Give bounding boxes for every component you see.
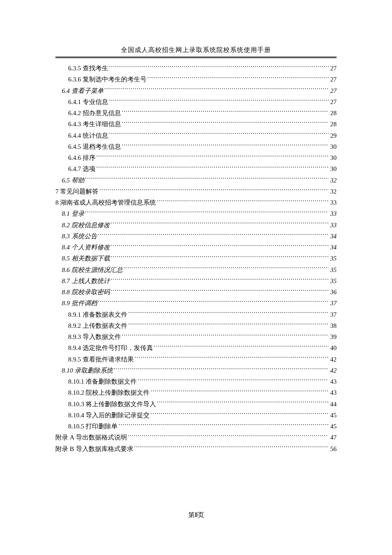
toc-entry-page: 28 xyxy=(330,119,337,130)
toc-leader-dots xyxy=(150,411,329,417)
toc-entry: 8.10.1 准备删除数据文件 43 xyxy=(55,376,337,387)
toc-entry: 8.10 录取删除系统 42 xyxy=(55,365,337,376)
toc-entry: 6.4.6 排序 30 xyxy=(55,152,337,163)
toc-leader-dots xyxy=(98,299,329,305)
toc-leader-dots xyxy=(111,221,329,227)
toc-leader-dots xyxy=(109,131,329,138)
toc-entry: 7 常见问题解答 32 xyxy=(55,186,337,197)
toc-leader-dots xyxy=(122,142,329,149)
toc-entry-label: 8.10.4 导入后的删除记录提交 xyxy=(68,410,150,421)
toc-entry-label: 8.9.5 查看批件请求结果 xyxy=(68,354,134,365)
toc-entry: 8.4 个人资料修改 34 xyxy=(55,242,337,253)
toc-leader-dots xyxy=(138,377,329,384)
toc-entry-label: 8.10.5 打印删除单 xyxy=(68,421,118,432)
toc-entry: 6.3.5 查找考生 27 xyxy=(55,63,337,74)
toc-entry: 6.3.6 复制选中考生的考生号 27 xyxy=(55,74,337,85)
toc-entry-label: 6.4.1 专业信息 xyxy=(68,96,108,107)
toc-entry: 8.9 批件调档 37 xyxy=(55,298,337,309)
toc-entry-page: 45 xyxy=(330,410,337,421)
toc-leader-dots xyxy=(96,165,329,171)
toc-leader-dots xyxy=(122,332,329,339)
toc-entry-label: 8.9.1 准备数据表文件 xyxy=(68,309,127,320)
toc-leader-dots xyxy=(111,277,329,283)
toc-entry-label: 6.5 帮助 xyxy=(62,175,84,186)
toc-entry-label: 8 湖南省成人高校招考管理信息系统 xyxy=(55,197,156,208)
toc-entry-label: 6.4.3 考生详细信息 xyxy=(68,119,121,130)
page-header-title: 全国成人高校招生网上录取系统院校系统使用手册 xyxy=(55,46,337,57)
toc-entry-page: 33 xyxy=(330,208,337,219)
toc-leader-dots xyxy=(109,98,329,104)
toc-entry-page: 38 xyxy=(330,320,337,331)
toc-leader-dots xyxy=(128,321,329,328)
toc-entry: 8.1 登录 33 xyxy=(55,208,337,219)
toc-entry-page: 30 xyxy=(330,152,337,163)
toc-entry: 8.10.4 导入后的删除记录提交 45 xyxy=(55,410,337,421)
toc-entry-label: 6.4.6 排序 xyxy=(68,152,95,163)
toc-entry: 8.9.3 导入数据文件 39 xyxy=(55,331,337,342)
toc-entry: 8.8 院校录取密码 36 xyxy=(55,286,337,298)
table-of-contents: 6.3.5 查找考生 276.3.6 复制选中考生的考生号 276.4 查看子菜… xyxy=(55,63,337,454)
toc-entry-label: 6.4.4 统计信息 xyxy=(68,130,108,141)
toc-entry-label: 6.4.7 选项 xyxy=(68,163,95,174)
page-footer: 第Ⅱ页 xyxy=(0,511,392,519)
toc-entry-page: 47 xyxy=(330,432,337,443)
toc-entry-label: 8.9 批件调档 xyxy=(62,298,97,309)
toc-entry: 6.4.5 退档考生信息 30 xyxy=(55,141,337,152)
toc-entry-page: 33 xyxy=(330,220,337,231)
toc-entry-page: 27 xyxy=(330,63,337,74)
toc-leader-dots xyxy=(99,187,329,194)
toc-entry-label: 6.4 查看子菜单 xyxy=(62,85,104,96)
toc-entry-page: 42 xyxy=(330,354,337,365)
toc-entry-page: 34 xyxy=(330,231,337,242)
toc-entry: 8.10.3 将上传删除数据文件导入 44 xyxy=(55,399,337,410)
toc-entry-page: 35 xyxy=(330,275,337,286)
toc-entry-label: 8.9.3 导入数据文件 xyxy=(68,331,121,342)
toc-entry: 附录 B 导入数据库格式要求 56 xyxy=(55,443,337,454)
toc-entry-page: 28 xyxy=(330,107,337,119)
toc-entry-page: 42 xyxy=(330,365,337,376)
toc-entry-label: 8.4 个人资料修改 xyxy=(62,242,110,253)
toc-entry: 8.10.2 院校上传删除数据文件 43 xyxy=(55,387,337,398)
toc-leader-dots xyxy=(98,232,329,238)
toc-leader-dots xyxy=(122,120,329,126)
toc-entry-page: 30 xyxy=(330,163,337,174)
toc-leader-dots xyxy=(134,445,329,451)
toc-entry: 6.4.1 专业信息 27 xyxy=(55,96,337,107)
toc-entry-page: 37 xyxy=(330,298,337,309)
toc-entry-label: 8.10 录取删除系统 xyxy=(62,365,113,376)
toc-entry: 6.4 查看子菜单 27 xyxy=(55,85,337,96)
toc-leader-dots xyxy=(114,366,329,373)
toc-entry-label: 6.3.6 复制选中考生的考生号 xyxy=(68,74,147,85)
toc-entry-page: 43 xyxy=(330,376,337,387)
toc-entry: 6.4.7 选项 30 xyxy=(55,163,337,174)
toc-entry-label: 8.9.2 上传数据表文件 xyxy=(68,320,127,331)
toc-entry-page: 27 xyxy=(330,74,337,85)
toc-leader-dots xyxy=(111,243,329,249)
toc-entry: 6.4.2 招办意见信息 28 xyxy=(55,107,337,119)
toc-entry-label: 8.3 系统公告 xyxy=(62,231,97,242)
toc-entry: 8.9.2 上传数据表文件 38 xyxy=(55,320,337,331)
toc-leader-dots xyxy=(150,388,329,395)
toc-entry-page: 56 xyxy=(330,443,337,454)
document-page: 全国成人高校招生网上录取系统院校系统使用手册 6.3.5 查找考生 276.3.… xyxy=(0,0,392,454)
toc-entry-page: 32 xyxy=(330,186,337,197)
toc-leader-dots xyxy=(111,288,329,294)
toc-entry-page: 30 xyxy=(330,141,337,152)
toc-entry-label: 6.3.5 查找考生 xyxy=(68,63,108,74)
toc-leader-dots xyxy=(118,422,329,428)
toc-entry: 8.6 院校生源情况汇总 35 xyxy=(55,264,337,275)
toc-entry: 附录 A 导出数据格式说明 47 xyxy=(55,432,337,443)
toc-entry-label: 6.4.2 招办意见信息 xyxy=(68,107,121,119)
toc-entry-page: 29 xyxy=(330,130,337,141)
toc-entry-label: 8.6 院校生源情况汇总 xyxy=(62,264,123,275)
toc-entry: 6.4.4 统计信息 29 xyxy=(55,130,337,141)
toc-leader-dots xyxy=(96,153,329,160)
toc-entry-label: 8.2 院校信息修改 xyxy=(62,220,110,231)
toc-entry-page: 27 xyxy=(330,96,337,107)
toc-entry-page: 37 xyxy=(330,309,337,320)
toc-entry: 8.9.1 准备数据表文件 37 xyxy=(55,309,337,320)
toc-leader-dots xyxy=(124,266,329,272)
header-rule xyxy=(55,57,337,58)
toc-leader-dots xyxy=(147,75,329,81)
toc-entry: 8 湖南省成人高校招考管理信息系统 33 xyxy=(55,197,337,208)
